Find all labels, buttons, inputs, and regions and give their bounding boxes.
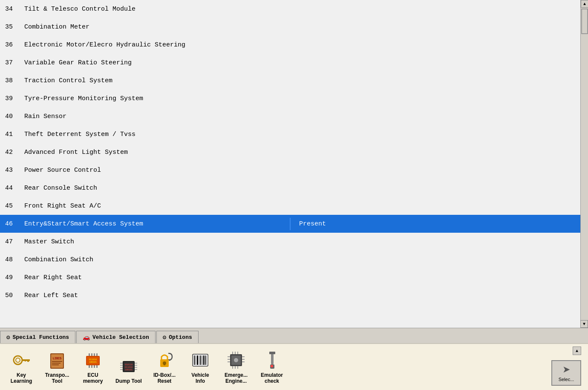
svg-rect-22 [94, 353, 95, 356]
list-item[interactable]: 36Electronic Motor/Elecro Hydraulic Stee… [0, 36, 588, 54]
list-item[interactable]: 39Tyre-Pressure Monitoring System [0, 90, 588, 107]
emerge-engine-icon [226, 350, 246, 370]
svg-rect-35 [135, 367, 137, 368]
dump-tool-label: Dump Tool [115, 378, 142, 384]
key-learning-button[interactable]: Key Learning [4, 348, 38, 386]
list-item[interactable]: 44Rear Console Switch [0, 179, 588, 197]
tab-bar: ⚙ Special Functions 🚗 Vehicle Selection … [0, 328, 588, 343]
list-item[interactable]: 49Rear Right Seat [0, 269, 588, 286]
scrollbar[interactable]: ▲ ▼ [580, 0, 588, 328]
emerge-engine-label: Emerge... Engine... [225, 372, 248, 384]
options-icon: ⚙ [163, 334, 166, 341]
toolbar-scroll-up[interactable]: ▲ [573, 347, 581, 355]
scrollbar-thumb[interactable] [581, 9, 588, 34]
svg-rect-34 [135, 365, 137, 366]
transponder-tool-button[interactable]: LIBIS Transpo... Tool [40, 348, 74, 386]
list-item[interactable]: 37Variable Gear Ratio Steering [0, 54, 588, 72]
svg-rect-62 [232, 366, 233, 369]
svg-rect-64 [237, 366, 238, 369]
list-item[interactable]: 38Traction Control System [0, 72, 588, 90]
list-item[interactable]: 35Combination Meter [0, 18, 588, 36]
svg-text:LIBIS: LIBIS [52, 357, 61, 360]
id-box-reset-icon [154, 350, 175, 370]
svg-text:100101: 100101 [89, 361, 97, 363]
key-learning-icon [11, 350, 32, 370]
transponder-tool-label: Transpo... Tool [45, 372, 69, 384]
svg-rect-16 [89, 365, 90, 368]
toolbar-items: Key Learning LIBIS [4, 348, 584, 386]
svg-rect-63 [235, 366, 236, 369]
toolbar: Key Learning LIBIS [0, 343, 588, 390]
list-item[interactable]: 50Rear Left Seat [0, 286, 588, 304]
tab-options[interactable]: ⚙ Options [156, 331, 199, 344]
svg-rect-20 [89, 353, 90, 356]
tab-vehicle-selection-label: Vehicle Selection [92, 334, 149, 341]
id-box-reset-label: ID-Box/... Reset [153, 372, 176, 384]
list-item[interactable]: 47Master Switch [0, 233, 588, 251]
scroll-up-arrow[interactable]: ▲ [581, 0, 588, 8]
svg-rect-47 [202, 355, 202, 365]
svg-rect-60 [235, 352, 236, 354]
main-content: 34Tilt & Telesco Control Module35Combina… [0, 0, 588, 390]
list-item[interactable]: 42Advanced Front Light System [0, 143, 588, 161]
special-functions-icon: ⚙ [6, 334, 10, 341]
svg-rect-43 [196, 355, 196, 365]
list-item[interactable]: 40Rain Sensor [0, 107, 588, 125]
list-container: 34Tilt & Telesco Control Module35Combina… [0, 0, 588, 328]
svg-text:100101: 100101 [125, 368, 133, 371]
svg-rect-66 [269, 352, 275, 354]
svg-rect-42 [194, 355, 195, 365]
svg-rect-44 [197, 355, 198, 365]
svg-rect-18 [94, 365, 95, 368]
svg-rect-23 [96, 353, 98, 356]
list-items: 34Tilt & Telesco Control Module35Combina… [0, 0, 588, 304]
vehicle-info-icon [190, 350, 210, 370]
svg-rect-55 [228, 361, 230, 362]
svg-point-68 [271, 365, 273, 367]
ecu-memory-icon: 011010 100101 [83, 350, 103, 370]
svg-rect-56 [242, 356, 245, 357]
dump-tool-button[interactable]: 010110 011010 100101 [112, 354, 146, 386]
svg-rect-54 [228, 359, 230, 360]
emulator-check-button[interactable]: Emulator check [255, 348, 289, 386]
select-button[interactable]: ➤ Selec... [551, 360, 581, 386]
svg-rect-32 [120, 369, 123, 370]
svg-rect-10 [52, 363, 61, 364]
vehicle-info-button[interactable]: Vehicle Info [183, 348, 217, 386]
svg-rect-49 [205, 355, 206, 365]
svg-rect-9 [52, 361, 62, 362]
svg-rect-11 [52, 364, 59, 365]
selected-item-col2: Present [290, 218, 392, 230]
svg-rect-58 [242, 361, 245, 362]
svg-rect-53 [228, 356, 230, 357]
select-button-label: Selec... [559, 377, 574, 382]
tab-vehicle-selection[interactable]: 🚗 Vehicle Selection [76, 331, 156, 344]
svg-rect-33 [135, 363, 137, 364]
list-item[interactable]: 43Power Source Control [0, 161, 588, 179]
ecu-memory-button[interactable]: 011010 100101 ECU memo [76, 348, 110, 386]
svg-rect-45 [199, 355, 199, 365]
svg-rect-3 [27, 359, 29, 362]
svg-rect-21 [91, 353, 92, 356]
list-item[interactable]: 48Combination Switch [0, 251, 588, 269]
tab-options-label: Options [169, 334, 192, 341]
svg-rect-29 [120, 363, 123, 364]
tab-special-functions[interactable]: ⚙ Special Functions [0, 331, 75, 344]
svg-rect-31 [120, 367, 123, 368]
vehicle-info-label: Vehicle Info [191, 372, 209, 384]
transponder-tool-icon: LIBIS [47, 350, 67, 370]
id-box-reset-button[interactable]: ID-Box/... Reset [147, 348, 182, 386]
svg-rect-17 [91, 365, 92, 368]
svg-rect-59 [232, 352, 233, 354]
dump-tool-icon: 010110 011010 100101 [118, 356, 139, 376]
svg-point-52 [234, 358, 238, 362]
list-item[interactable]: 34Tilt & Telesco Control Module [0, 0, 588, 18]
emulator-check-label: Emulator check [261, 372, 283, 384]
list-item[interactable]: 45Front Right Seat A/C [0, 197, 588, 215]
list-item-selected[interactable]: 46Entry&Start/Smart Access SystemPresent [0, 215, 588, 233]
scroll-down-arrow[interactable]: ▼ [580, 320, 588, 328]
svg-rect-19 [96, 365, 98, 368]
selected-item-col1: 46Entry&Start/Smart Access System [0, 218, 290, 230]
emerge-engine-button[interactable]: Emerge... Engine... [219, 348, 253, 386]
list-item[interactable]: 41Theft Deterrent System / Tvss [0, 125, 588, 143]
